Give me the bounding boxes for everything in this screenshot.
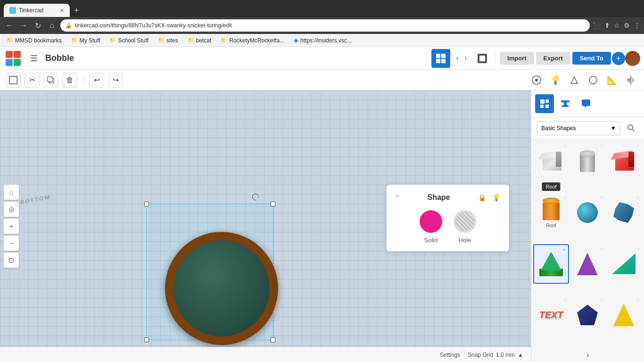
star-icon[interactable]: ☆ (636, 195, 640, 200)
shape-item-pyramid-purple[interactable]: ☆ (570, 244, 605, 284)
bookmark-rocketymcrocketfa[interactable]: 📁 RocketyMcRocketfa... (218, 36, 287, 45)
close-tab-btn[interactable]: ✕ (60, 8, 64, 14)
cylinder-grey-shape (580, 150, 595, 172)
simulation-button[interactable] (473, 49, 492, 68)
shape-thumb (575, 252, 600, 276)
mirror-button[interactable] (623, 73, 638, 88)
shape-item-pyramid-green[interactable]: ★ (533, 244, 569, 284)
send-to-button[interactable]: Send To (572, 52, 611, 65)
url-text: tinkercad.com/things/88N7u3u7sKX-swanky-… (75, 22, 232, 29)
settings-icon[interactable]: ⚙ (624, 22, 630, 29)
menu-icon[interactable]: ⋮ (634, 22, 640, 29)
bookmark-mystuff[interactable]: 📁 My Stuff (68, 36, 103, 45)
tinkercad-logo[interactable] (4, 49, 23, 68)
delete-button[interactable]: 🗑 (62, 73, 77, 88)
shape-item-pentagon-blue[interactable]: ☆ (570, 295, 605, 335)
new-shape-button[interactable] (6, 73, 21, 88)
pyramid-green-shape (539, 252, 563, 276)
hole-option[interactable]: Hole (454, 210, 476, 244)
import-button[interactable]: Import (500, 52, 534, 65)
shape-item-box-red[interactable]: ☆ (606, 141, 642, 181)
category-dropdown[interactable]: Basic Shapes ▼ (537, 121, 620, 135)
export-button[interactable]: Export (536, 52, 570, 65)
add-user-button[interactable]: + (612, 52, 625, 65)
reload-button[interactable]: ↻ (32, 21, 43, 30)
perspective-button[interactable]: ⊡ (4, 253, 19, 268)
canvas-area[interactable]: ⌂ ◎ + − ⊡ (0, 90, 531, 362)
shape-item-wedge-teal[interactable]: ☆ (606, 244, 642, 284)
star-icon[interactable]: ☆ (636, 297, 640, 302)
snap-grid-control[interactable]: Snap Grid 1.0 mm ▲ (468, 352, 523, 358)
tab-title: Tinkercad (19, 7, 57, 14)
panel-collapse-button[interactable]: ⌃ (394, 193, 400, 202)
shape-item-cylinder-grey[interactable]: ☆ (570, 141, 605, 181)
star-icon[interactable]: ☆ (599, 195, 603, 200)
bookmark-schoolstuff[interactable]: 📁 School Stuff (107, 36, 151, 45)
shape-item-sphere[interactable]: ☆ (570, 193, 605, 232)
bookmark-sites[interactable]: 📁 sites (155, 36, 181, 45)
handle-bl[interactable] (144, 337, 149, 342)
forward-button[interactable]: → (18, 21, 29, 30)
shape-thumb (611, 252, 636, 276)
copy-button[interactable] (43, 73, 58, 88)
speech-bubble-tab[interactable] (577, 94, 595, 113)
share-icon[interactable]: ⬆ (604, 22, 610, 29)
solid-option[interactable]: Solid (420, 210, 442, 244)
shape-item-cylinder-orange[interactable]: Roof ☆ Roof (533, 193, 569, 232)
star-icon[interactable]: ☆ (563, 143, 567, 148)
connectors-tab[interactable] (556, 94, 575, 113)
star-icon[interactable]: ☆ (599, 297, 603, 302)
shapes-tab[interactable] (535, 94, 554, 113)
active-tab[interactable]: Tinkercad ✕ (4, 4, 70, 17)
code-editor-button[interactable] (452, 49, 471, 68)
hamburger-menu[interactable]: ☰ (28, 51, 40, 66)
folder-icon: 📁 (158, 37, 165, 43)
bookmark-betcat[interactable]: 📁 betcat (185, 36, 215, 45)
light-button[interactable]: 💡 (548, 73, 563, 88)
search-button[interactable] (624, 121, 638, 135)
circle-tool-button[interactable] (586, 73, 601, 88)
bookmark-mmsd[interactable]: 📁 MMSD bookmarks (4, 36, 65, 45)
cut-button[interactable]: ✂ (25, 73, 40, 88)
star-icon[interactable]: ☆ (636, 143, 640, 148)
new-tab-button[interactable]: + (70, 4, 83, 17)
star-icon[interactable]: ☆ (599, 143, 603, 148)
snap-grid-value: 1.0 mm (496, 352, 515, 358)
star-icon[interactable]: ☆ (563, 297, 567, 302)
zoom-out-button[interactable]: − (4, 236, 19, 251)
shape-item-label: Roof (546, 223, 556, 228)
zoom-in-button[interactable]: + (4, 219, 19, 234)
svg-marker-21 (584, 106, 586, 108)
ruler-button[interactable]: 📐 (604, 73, 619, 88)
shape-item-box-grey[interactable]: ☆ (533, 141, 569, 181)
redo-button[interactable]: ↪ (108, 73, 123, 88)
shape-tool-button[interactable] (567, 73, 582, 88)
snap-up-arrow[interactable]: ▲ (518, 352, 523, 358)
bookmark-vscode[interactable]: ◈ https://insiders.vsc... (291, 36, 355, 45)
extensions-icon[interactable]: ⬛ (593, 22, 601, 29)
star-icon[interactable]: ☆ (636, 246, 640, 251)
handle-tr[interactable] (271, 202, 275, 206)
bookmark-label: sites (166, 37, 178, 44)
view-3d-button[interactable] (431, 49, 450, 68)
star-icon[interactable]: ☆ (599, 246, 603, 251)
shape-item-squiggly[interactable]: ☆ (606, 193, 642, 232)
home-view-button[interactable]: ⌂ (4, 185, 19, 200)
bookmark-icon[interactable]: ☆ (614, 22, 620, 29)
view-align-button[interactable] (529, 73, 544, 88)
user-avatar[interactable] (625, 51, 640, 66)
light-panel-icon[interactable]: 💡 (491, 192, 502, 203)
scroll-right-arrow[interactable]: › (531, 348, 644, 362)
address-bar[interactable]: 🔒 tinkercad.com/things/88N7u3u7sKX-swank… (60, 19, 590, 32)
svg-rect-16 (540, 99, 545, 104)
back-button[interactable]: ← (4, 21, 15, 30)
lock-panel-icon[interactable]: 🔒 (477, 192, 487, 203)
box-grey-shape (541, 152, 561, 171)
handle-tl[interactable] (144, 202, 149, 206)
star-icon[interactable]: ☆ (563, 195, 567, 200)
shape-item-text-red[interactable]: ☆ TEXT (533, 295, 569, 335)
undo-button[interactable]: ↩ (89, 73, 104, 88)
home-button[interactable]: ⌂ (46, 21, 58, 30)
shape-item-pyramid-yellow[interactable]: ☆ (606, 295, 642, 335)
rotate-handle[interactable] (251, 192, 260, 202)
